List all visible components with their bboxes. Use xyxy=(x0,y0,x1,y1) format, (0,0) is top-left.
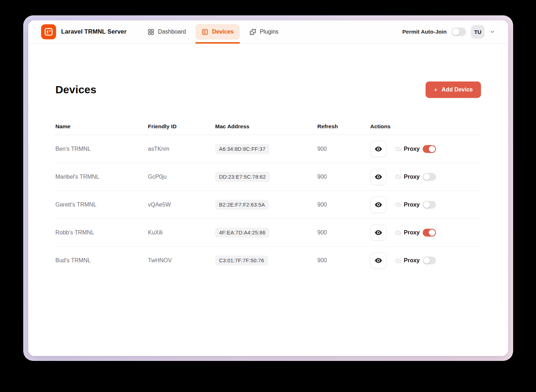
proxy-label: Proxy xyxy=(404,202,420,208)
user-avatar[interactable]: TU xyxy=(471,25,485,39)
puzzle-icon xyxy=(249,29,256,35)
column-header-refresh: Refresh xyxy=(317,123,370,130)
chevron-down-icon[interactable] xyxy=(490,29,495,35)
plus-icon: + xyxy=(434,86,438,93)
permit-auto-join-label: Permit Auto-Join xyxy=(402,29,447,35)
row-actions: Proxy xyxy=(370,224,481,241)
proxy-control: Proxy xyxy=(395,229,436,237)
view-device-button[interactable] xyxy=(370,224,387,241)
row-actions: Proxy xyxy=(370,197,481,213)
device-list-icon xyxy=(202,29,208,35)
mac-address-badge: C3:01:7F:7F:50:76 xyxy=(215,255,268,266)
app-logo-icon xyxy=(41,24,56,39)
eye-icon xyxy=(374,228,383,237)
proxy-control: Proxy xyxy=(395,257,436,264)
mac-address-badge: DD:23:E7:5C:78:62 xyxy=(215,172,270,182)
add-device-button-label: Add Device xyxy=(442,86,473,93)
brand: Laravel TRMNL Server xyxy=(41,24,126,39)
view-device-button[interactable] xyxy=(370,141,387,157)
app-window: Laravel TRMNL Server Dashboard xyxy=(28,20,508,356)
nav-tab-devices-label: Devices xyxy=(212,29,234,35)
eye-icon xyxy=(374,173,383,181)
device-refresh-rate: 900 xyxy=(317,202,370,208)
toggle-knob xyxy=(452,28,460,35)
column-header-friendly-id: Friendly ID xyxy=(148,123,215,130)
mac-address-badge: B2:2E:F7:F2:63:5A xyxy=(215,200,269,210)
toggle-knob xyxy=(429,229,435,236)
proxy-toggle[interactable] xyxy=(423,173,436,181)
toggle-knob xyxy=(423,257,430,264)
main-nav: Dashboard Devices xyxy=(142,20,284,43)
toggle-knob xyxy=(429,146,435,152)
mac-address-badge: 4F:EA:7D:A4:25:86 xyxy=(215,228,269,238)
nav-tab-plugins[interactable]: Plugins xyxy=(243,24,284,40)
device-friendly-id: KuXili xyxy=(148,229,215,236)
proxy-toggle[interactable] xyxy=(423,201,436,209)
grid-icon xyxy=(148,29,154,35)
add-device-button[interactable]: + Add Device xyxy=(426,81,481,98)
eye-icon xyxy=(374,145,383,153)
proxy-label: Proxy xyxy=(404,257,420,264)
table-header-row: Name Friendly ID Mac Address Refresh Act… xyxy=(55,118,481,135)
proxy-control: Proxy xyxy=(395,201,436,209)
toggle-knob xyxy=(423,202,430,208)
device-friendly-id: vQAe5W xyxy=(148,202,215,208)
device-friendly-id: asTKnm xyxy=(148,146,215,152)
page-head: Devices + Add Device xyxy=(55,81,481,98)
nav-tab-devices[interactable]: Devices xyxy=(195,24,240,40)
table-row: Robb's TRMNL KuXili 4F:EA:7D:A4:25:86 90… xyxy=(55,219,481,247)
proxy-label: Proxy xyxy=(404,229,420,236)
proxy-toggle[interactable] xyxy=(423,257,436,264)
nav-tab-plugins-label: Plugins xyxy=(260,29,278,35)
devices-table: Name Friendly ID Mac Address Refresh Act… xyxy=(55,118,481,274)
device-refresh-rate: 900 xyxy=(317,174,370,180)
active-tab-indicator xyxy=(195,42,240,44)
table-row: Maribel's TRMNL GcP0ju DD:23:E7:5C:78:62… xyxy=(55,163,481,191)
device-friendly-id: GcP0ju xyxy=(148,174,215,180)
window-frame: Laravel TRMNL Server Dashboard xyxy=(23,15,513,361)
device-name: Maribel's TRMNL xyxy=(55,174,148,180)
cloud-icon xyxy=(395,146,401,152)
view-device-button[interactable] xyxy=(370,252,387,269)
row-actions: Proxy xyxy=(370,169,481,185)
proxy-control: Proxy xyxy=(395,173,436,181)
device-refresh-rate: 900 xyxy=(317,146,370,152)
header-right: Permit Auto-Join TU xyxy=(402,25,495,39)
device-name: Ben's TRMNL xyxy=(55,146,148,152)
cloud-icon xyxy=(395,229,401,235)
table-row: Bud's TRMNL TwHNOV C3:01:7F:7F:50:76 900 xyxy=(55,247,481,274)
device-friendly-id: TwHNOV xyxy=(148,257,215,264)
column-header-actions: Actions xyxy=(370,123,481,130)
toggle-knob xyxy=(423,174,430,180)
row-actions: Proxy xyxy=(370,252,481,269)
proxy-label: Proxy xyxy=(404,174,420,180)
cloud-icon xyxy=(395,258,401,264)
device-name: Robb's TRMNL xyxy=(55,229,148,236)
device-name: Bud's TRMNL xyxy=(55,257,148,264)
page-content: Devices + Add Device Name Friendly ID Ma… xyxy=(28,44,508,356)
cloud-icon xyxy=(395,202,401,208)
row-actions: Proxy xyxy=(370,141,481,157)
eye-icon xyxy=(374,200,383,209)
device-refresh-rate: 900 xyxy=(317,229,370,236)
eye-icon xyxy=(374,256,383,265)
proxy-toggle[interactable] xyxy=(423,229,436,237)
view-device-button[interactable] xyxy=(370,169,387,185)
nav-tab-dashboard-label: Dashboard xyxy=(158,29,186,35)
permit-auto-join-toggle[interactable] xyxy=(452,28,466,36)
column-header-name: Name xyxy=(55,123,148,130)
table-row: Garett's TRMNL vQAe5W B2:2E:F7:F2:63:5A … xyxy=(55,191,481,219)
device-refresh-rate: 900 xyxy=(317,257,370,264)
view-device-button[interactable] xyxy=(370,197,387,213)
page-title: Devices xyxy=(55,84,96,96)
cloud-icon xyxy=(395,174,401,180)
column-header-mac-address: Mac Address xyxy=(215,123,317,130)
device-name: Garett's TRMNL xyxy=(55,202,148,208)
nav-tab-dashboard[interactable]: Dashboard xyxy=(142,24,192,40)
proxy-toggle[interactable] xyxy=(423,145,436,153)
app-title: Laravel TRMNL Server xyxy=(61,28,126,35)
mac-address-badge: A6:34:8D:8C:FF:37 xyxy=(215,144,269,154)
proxy-control: Proxy xyxy=(395,145,436,153)
proxy-label: Proxy xyxy=(404,146,420,152)
app-header: Laravel TRMNL Server Dashboard xyxy=(28,20,508,44)
